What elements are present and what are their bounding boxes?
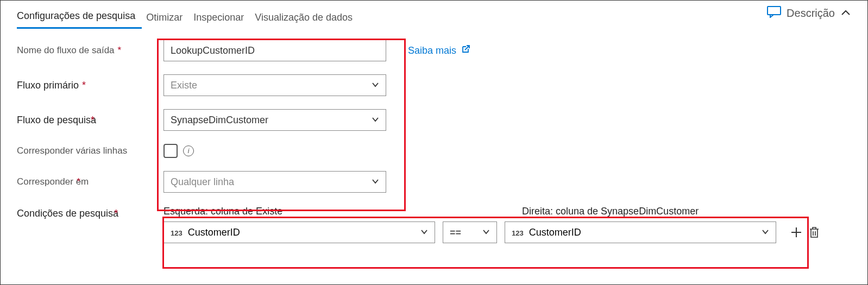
tabs-bar: Configurações de pesquisa Otimizar Inspe…	[17, 6, 363, 29]
chevron-down-icon	[420, 227, 428, 238]
select-operator[interactable]: ==	[443, 221, 497, 243]
label-right-column-header: Direita: coluna de SynapseDimCustomer	[522, 206, 699, 217]
tab-inspect[interactable]: Inspecionar	[193, 8, 250, 29]
link-learn-more[interactable]: Saiba mais	[408, 45, 470, 57]
chevron-down-icon	[372, 115, 379, 126]
label-match-multiple: Corresponder várias linhas	[17, 145, 163, 156]
checkbox-match-multiple[interactable]	[163, 144, 178, 158]
label-primary-stream: Fluxo primário*	[17, 80, 163, 91]
chevron-down-icon	[372, 80, 379, 91]
select-lookup-stream[interactable]: SynapseDimCustomer	[163, 109, 386, 131]
label-match-on: Corresponder em*	[17, 176, 163, 187]
tab-optimize[interactable]: Otimizar	[146, 8, 189, 29]
svg-rect-0	[768, 7, 781, 15]
external-link-icon	[461, 45, 470, 57]
tab-lookup-settings[interactable]: Configurações de pesquisa	[17, 6, 142, 29]
comment-icon[interactable]	[767, 6, 781, 20]
label-lookup-stream: Fluxo de pesquisa*	[17, 115, 163, 126]
chevron-up-icon[interactable]	[840, 8, 851, 18]
delete-condition-button[interactable]	[809, 226, 820, 238]
info-icon[interactable]: i	[183, 145, 194, 156]
add-condition-button[interactable]	[790, 226, 802, 238]
select-primary-stream[interactable]: Existe	[163, 74, 386, 96]
description-label[interactable]: Descrição	[787, 7, 835, 20]
select-left-column[interactable]: 123CustomerID	[163, 221, 435, 243]
label-lookup-conditions: Condições de pesquisa*	[17, 206, 163, 219]
select-right-column[interactable]: 123CustomerID	[505, 221, 776, 243]
chevron-down-icon	[482, 227, 490, 238]
chevron-down-icon	[372, 176, 379, 188]
input-output-stream-name[interactable]: LookupCustomerID	[163, 40, 386, 61]
tab-data-preview[interactable]: Visualização de dados	[255, 8, 359, 29]
chevron-down-icon	[762, 227, 769, 238]
label-output-stream: Nome do fluxo de saída*	[17, 45, 163, 56]
select-match-on[interactable]: Qualquer linha	[163, 171, 386, 193]
label-left-column-header: Esquerda: coluna de Existe	[163, 206, 435, 217]
